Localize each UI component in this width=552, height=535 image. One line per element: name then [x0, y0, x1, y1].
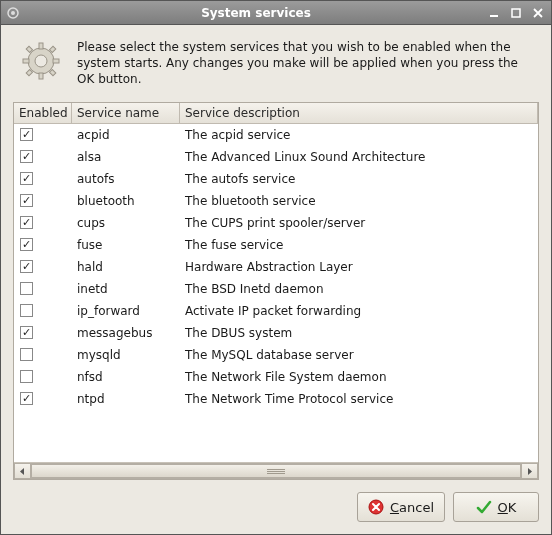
horizontal-scrollbar[interactable]	[14, 462, 538, 479]
cancel-label: Cancel	[390, 500, 434, 515]
cell-enabled	[14, 302, 72, 319]
table-row[interactable]: cupsThe CUPS print spooler/server	[14, 212, 538, 234]
table-body: acpidThe acpid servicealsaThe Advanced L…	[14, 124, 538, 462]
cell-service-description: The fuse service	[180, 236, 538, 254]
cell-service-name: ip_forward	[72, 302, 180, 320]
cell-service-name: alsa	[72, 148, 180, 166]
ok-button[interactable]: OK	[453, 492, 539, 522]
cell-enabled	[14, 368, 72, 385]
cell-service-description: The DBUS system	[180, 324, 538, 342]
cell-enabled	[14, 192, 72, 209]
table-row[interactable]: autofsThe autofs service	[14, 168, 538, 190]
table-row[interactable]: haldHardware Abstraction Layer	[14, 256, 538, 278]
svg-point-5	[35, 55, 47, 67]
svg-point-1	[11, 11, 15, 15]
column-header-name[interactable]: Service name	[72, 103, 180, 123]
table-row[interactable]: messagebusThe DBUS system	[14, 322, 538, 344]
cell-service-name: cups	[72, 214, 180, 232]
cell-service-name: messagebus	[72, 324, 180, 342]
cell-service-description: Hardware Abstraction Layer	[180, 258, 538, 276]
svg-rect-2	[490, 15, 498, 17]
window-title: System services	[27, 6, 485, 20]
enabled-checkbox[interactable]	[20, 348, 33, 361]
cell-enabled	[14, 236, 72, 253]
cell-service-name: ntpd	[72, 390, 180, 408]
gear-icon	[19, 39, 63, 83]
cell-enabled	[14, 126, 72, 143]
enabled-checkbox[interactable]	[20, 216, 33, 229]
enabled-checkbox[interactable]	[20, 304, 33, 317]
button-bar: Cancel OK	[13, 490, 539, 522]
intro: Please select the system services that y…	[13, 37, 539, 92]
cell-service-description: The autofs service	[180, 170, 538, 188]
window-controls	[485, 5, 547, 21]
table-row[interactable]: inetdThe BSD Inetd daemon	[14, 278, 538, 300]
enabled-checkbox[interactable]	[20, 238, 33, 251]
cell-service-description: The Advanced Linux Sound Architecture	[180, 148, 538, 166]
enabled-checkbox[interactable]	[20, 150, 33, 163]
table-row[interactable]: acpidThe acpid service	[14, 124, 538, 146]
table-row[interactable]: mysqldThe MySQL database server	[14, 344, 538, 366]
cell-enabled	[14, 280, 72, 297]
cell-service-description: The acpid service	[180, 126, 538, 144]
cell-service-description: The Network File System daemon	[180, 368, 538, 386]
cancel-button[interactable]: Cancel	[357, 492, 445, 522]
cell-enabled	[14, 324, 72, 341]
table-row[interactable]: ip_forwardActivate IP packet forwarding	[14, 300, 538, 322]
cell-service-description: The bluetooth service	[180, 192, 538, 210]
column-header-description[interactable]: Service description	[180, 103, 538, 123]
app-icon	[5, 5, 21, 21]
minimize-button[interactable]	[485, 5, 503, 21]
close-button[interactable]	[529, 5, 547, 21]
table-header: Enabled Service name Service description	[14, 103, 538, 124]
cell-enabled	[14, 148, 72, 165]
cell-service-name: autofs	[72, 170, 180, 188]
cell-service-name: bluetooth	[72, 192, 180, 210]
cell-enabled	[14, 170, 72, 187]
maximize-button[interactable]	[507, 5, 525, 21]
enabled-checkbox[interactable]	[20, 172, 33, 185]
titlebar[interactable]: System services	[1, 1, 551, 25]
svg-rect-7	[39, 73, 43, 79]
cancel-icon	[368, 499, 384, 515]
scroll-track[interactable]	[31, 463, 521, 479]
enabled-checkbox[interactable]	[20, 392, 33, 405]
cell-enabled	[14, 390, 72, 407]
cell-service-name: fuse	[72, 236, 180, 254]
table-row[interactable]: fuseThe fuse service	[14, 234, 538, 256]
table-row[interactable]: alsaThe Advanced Linux Sound Architectur…	[14, 146, 538, 168]
scroll-left-button[interactable]	[14, 463, 31, 479]
cell-service-description: The Network Time Protocol service	[180, 390, 538, 408]
svg-rect-9	[53, 59, 59, 63]
enabled-checkbox[interactable]	[20, 260, 33, 273]
enabled-checkbox[interactable]	[20, 282, 33, 295]
cell-enabled	[14, 346, 72, 363]
svg-rect-3	[512, 9, 520, 17]
cell-service-name: nfsd	[72, 368, 180, 386]
intro-text: Please select the system services that y…	[77, 39, 533, 88]
cell-service-description: The MySQL database server	[180, 346, 538, 364]
table-row[interactable]: nfsdThe Network File System daemon	[14, 366, 538, 388]
cell-service-description: The CUPS print spooler/server	[180, 214, 538, 232]
table-row[interactable]: ntpdThe Network Time Protocol service	[14, 388, 538, 410]
content: Please select the system services that y…	[1, 25, 551, 534]
scroll-right-button[interactable]	[521, 463, 538, 479]
cell-service-name: hald	[72, 258, 180, 276]
enabled-checkbox[interactable]	[20, 326, 33, 339]
scroll-thumb[interactable]	[31, 464, 521, 478]
enabled-checkbox[interactable]	[20, 370, 33, 383]
cell-service-description: Activate IP packet forwarding	[180, 302, 538, 320]
cell-service-name: inetd	[72, 280, 180, 298]
window: System services	[0, 0, 552, 535]
enabled-checkbox[interactable]	[20, 128, 33, 141]
cell-enabled	[14, 258, 72, 275]
cell-service-name: mysqld	[72, 346, 180, 364]
ok-icon	[476, 499, 492, 515]
svg-rect-8	[23, 59, 29, 63]
column-header-enabled[interactable]: Enabled	[14, 103, 72, 123]
table-row[interactable]: bluetoothThe bluetooth service	[14, 190, 538, 212]
ok-label: OK	[498, 500, 517, 515]
svg-rect-6	[39, 43, 43, 49]
cell-service-description: The BSD Inetd daemon	[180, 280, 538, 298]
enabled-checkbox[interactable]	[20, 194, 33, 207]
